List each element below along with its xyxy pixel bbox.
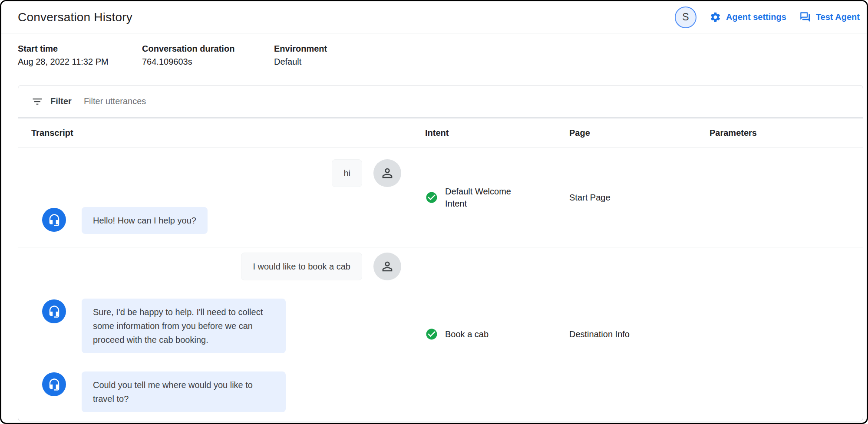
check-circle-icon bbox=[425, 191, 438, 204]
page-label: Start Page bbox=[569, 193, 611, 203]
meta-environment: Environment Default bbox=[274, 44, 327, 85]
intent-cell: Default Welcome Intent bbox=[425, 148, 569, 247]
column-header-parameters: Parameters bbox=[710, 128, 863, 138]
headset-icon bbox=[48, 305, 61, 318]
agent-message: Could you tell me where would you like t… bbox=[42, 371, 401, 412]
filter-input[interactable] bbox=[83, 96, 850, 107]
meta-label: Conversation duration bbox=[142, 44, 274, 54]
transcript-cell: hi Hello! How can I help you? bbox=[18, 148, 425, 247]
filter-bar: Filter bbox=[18, 85, 863, 118]
page-title: Conversation History bbox=[18, 10, 132, 24]
user-avatar[interactable]: S bbox=[675, 7, 696, 28]
virtual-agent-avatar bbox=[42, 372, 66, 396]
meta-label: Environment bbox=[274, 44, 327, 54]
agent-message-bubble: Could you tell me where would you like t… bbox=[82, 371, 286, 412]
gear-icon bbox=[710, 11, 721, 23]
meta-value: Aug 28, 2022 11:32 PM bbox=[18, 57, 142, 67]
user-message: hi bbox=[31, 159, 401, 187]
column-header-intent: Intent bbox=[425, 128, 569, 138]
user-message-bubble: hi bbox=[332, 159, 362, 187]
header-actions: S Agent settings Test Agent bbox=[675, 7, 860, 28]
app-header: Conversation History S Agent settings Te… bbox=[1, 1, 867, 33]
headset-icon bbox=[48, 214, 61, 227]
user-message-bubble: I would like to book a cab bbox=[241, 253, 362, 280]
intent-label: Default Welcome Intent bbox=[445, 185, 528, 210]
table-header: Transcript Intent Page Parameters bbox=[18, 118, 863, 148]
end-user-avatar bbox=[373, 159, 401, 187]
user-avatar-label: S bbox=[682, 11, 689, 23]
intent-label: Book a cab bbox=[445, 328, 488, 340]
table-row: I would like to book a cab Sure, I'd be … bbox=[18, 247, 863, 421]
user-message: I would like to book a cab bbox=[31, 253, 401, 280]
agent-settings-label: Agent settings bbox=[726, 12, 786, 22]
conversation-meta: Start time Aug 28, 2022 11:32 PM Convers… bbox=[1, 33, 867, 85]
conversation-card: Filter Transcript Intent Page Parameters… bbox=[18, 85, 863, 421]
meta-value: 764.109603s bbox=[142, 57, 274, 67]
intent-cell: Book a cab bbox=[425, 247, 569, 421]
column-header-page: Page bbox=[569, 128, 710, 138]
agent-message: Sure, I'd be happy to help. I'll need to… bbox=[42, 299, 401, 353]
page-label: Destination Info bbox=[569, 329, 630, 339]
parameters-cell bbox=[710, 247, 863, 421]
agent-settings-button[interactable]: Agent settings bbox=[710, 11, 786, 23]
parameters-cell bbox=[710, 148, 863, 247]
test-agent-button[interactable]: Test Agent bbox=[799, 11, 860, 23]
page-cell: Start Page bbox=[569, 148, 710, 247]
transcript-cell: I would like to book a cab Sure, I'd be … bbox=[18, 247, 425, 421]
meta-duration: Conversation duration 764.109603s bbox=[142, 44, 274, 85]
person-icon bbox=[380, 166, 395, 181]
meta-label: Start time bbox=[18, 44, 142, 54]
test-agent-label: Test Agent bbox=[816, 12, 860, 22]
app-window: Conversation History S Agent settings Te… bbox=[0, 0, 868, 424]
meta-start-time: Start time Aug 28, 2022 11:32 PM bbox=[18, 44, 142, 85]
chat-icon bbox=[799, 11, 811, 23]
filter-icon bbox=[31, 95, 43, 108]
agent-message-bubble: Sure, I'd be happy to help. I'll need to… bbox=[82, 299, 286, 353]
end-user-avatar bbox=[373, 253, 401, 280]
virtual-agent-avatar bbox=[42, 299, 66, 323]
table-row: hi Hello! How can I help you? bbox=[18, 148, 863, 247]
agent-message-bubble: Hello! How can I help you? bbox=[82, 207, 208, 234]
agent-message: Hello! How can I help you? bbox=[42, 207, 401, 234]
check-circle-icon bbox=[425, 328, 438, 341]
column-header-transcript: Transcript bbox=[18, 128, 425, 138]
headset-icon bbox=[48, 378, 61, 391]
person-icon bbox=[380, 259, 395, 274]
page-cell: Destination Info bbox=[569, 247, 710, 421]
virtual-agent-avatar bbox=[42, 208, 66, 232]
filter-label: Filter bbox=[50, 96, 72, 106]
meta-value: Default bbox=[274, 57, 327, 67]
